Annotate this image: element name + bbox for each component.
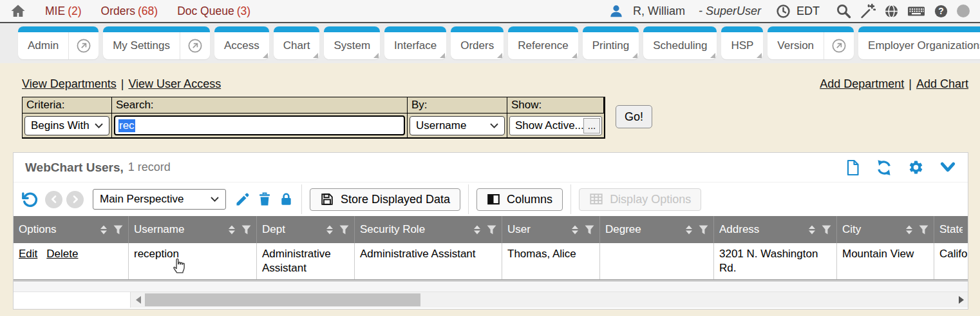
column-header-dept[interactable]: Dept <box>257 216 355 243</box>
search-label: Search: <box>112 97 408 114</box>
sort-icon[interactable] <box>100 225 108 235</box>
columns-button[interactable]: Columns <box>476 188 563 211</box>
undo-icon[interactable] <box>21 191 39 208</box>
filter-icon[interactable] <box>585 225 594 235</box>
filter-icon[interactable] <box>919 225 928 235</box>
wand-icon[interactable] <box>860 3 876 19</box>
home-icon[interactable] <box>10 3 26 19</box>
table-row: EditDelete reception Administrative Assi… <box>14 243 968 281</box>
tab-reference[interactable]: Reference <box>508 26 578 59</box>
cell-state: California <box>934 243 968 279</box>
filter-icon[interactable] <box>241 225 251 235</box>
column-header-city[interactable]: City <box>837 216 934 243</box>
tab-admin[interactable]: Admin <box>18 26 99 59</box>
clock-icon[interactable] <box>776 4 791 19</box>
tab-scheduling[interactable]: Scheduling <box>643 26 717 59</box>
go-button[interactable]: Go! <box>616 105 652 128</box>
criteria-select[interactable]: Begins With <box>24 116 109 135</box>
tab-employer-organizations[interactable]: Employer Organizations <box>858 26 980 59</box>
admin-tab-bar: Admin My Settings Access Chart System In… <box>0 23 980 63</box>
tab-chart[interactable]: Chart <box>274 26 320 59</box>
grid-footer-strip <box>14 281 968 291</box>
column-header-user[interactable]: User <box>502 216 600 243</box>
keyboard-icon[interactable] <box>907 4 925 19</box>
sort-icon[interactable] <box>571 225 579 235</box>
column-header-address[interactable]: Address <box>714 216 837 243</box>
sort-icon[interactable] <box>326 225 334 235</box>
sort-icon[interactable] <box>808 225 816 235</box>
tab-version[interactable]: Version <box>768 26 854 59</box>
add-chart-link[interactable]: Add Chart <box>916 77 968 90</box>
filter-icon[interactable] <box>339 225 349 235</box>
sort-icon[interactable] <box>473 225 481 235</box>
tab-interface[interactable]: Interface <box>384 26 446 59</box>
collapse-chevron-icon[interactable] <box>939 161 956 175</box>
new-document-icon[interactable] <box>845 159 860 176</box>
lock-icon[interactable] <box>279 192 294 207</box>
column-header-username[interactable]: Username <box>129 216 257 243</box>
view-departments-link[interactable]: View Departments <box>22 77 117 90</box>
toolbar-divider <box>301 184 302 214</box>
filter-icon[interactable] <box>487 225 496 235</box>
tab-hsp[interactable]: HSP <box>721 26 763 59</box>
by-select[interactable]: Username <box>410 116 505 135</box>
nav-doc-queue-label: Doc Queue <box>177 5 234 17</box>
nav-orders[interactable]: Orders(68) <box>101 5 158 18</box>
refresh-icon[interactable] <box>876 159 892 176</box>
filter-icon[interactable] <box>113 225 123 235</box>
link-separator: | <box>121 77 124 90</box>
tab-accent <box>324 26 380 32</box>
store-displayed-data-button[interactable]: Store Displayed Data <box>310 188 460 211</box>
scroll-right-arrow[interactable] <box>959 296 964 304</box>
nav-doc-queue[interactable]: Doc Queue(3) <box>177 5 250 18</box>
tab-accent <box>103 26 210 32</box>
column-header-degree[interactable]: Degree <box>600 216 714 243</box>
column-header-options[interactable]: Options <box>14 216 129 243</box>
status-dot-icon[interactable] <box>957 5 970 17</box>
dropdown-corner-icon <box>440 53 445 58</box>
selected-text: rec <box>118 119 135 132</box>
gear-icon[interactable] <box>908 159 924 175</box>
display-options-button[interactable]: Display Options <box>579 188 701 211</box>
tab-my-settings[interactable]: My Settings <box>103 26 210 59</box>
nav-mie[interactable]: MIE(2) <box>45 5 82 18</box>
show-more-button[interactable]: ... <box>583 118 600 133</box>
panel-header: WebChart Users, 1 record <box>14 153 968 183</box>
tab-orders[interactable]: Orders <box>451 26 504 59</box>
sort-icon[interactable] <box>685 225 693 235</box>
add-department-link[interactable]: Add Department <box>820 77 904 90</box>
show-filter[interactable]: Show Active... ... <box>509 116 602 135</box>
scroll-left-arrow[interactable] <box>136 296 141 304</box>
tab-system[interactable]: System <box>324 26 380 59</box>
sort-icon[interactable] <box>905 225 913 235</box>
nav-mie-count: (2) <box>68 5 81 17</box>
dropdown-corner-icon <box>632 53 637 58</box>
search-icon[interactable] <box>836 3 851 19</box>
filter-icon[interactable] <box>822 225 831 235</box>
tab-access[interactable]: Access <box>214 26 269 59</box>
filter-icon[interactable] <box>699 225 708 235</box>
edit-pencil-icon[interactable] <box>235 192 250 207</box>
by-label: By: <box>408 97 507 114</box>
column-header-state[interactable]: State <box>934 216 968 243</box>
help-icon[interactable]: ? <box>934 4 948 19</box>
column-header-security-role[interactable]: Security Role <box>355 216 502 243</box>
horizontal-scrollbar[interactable] <box>131 292 968 308</box>
delete-trash-icon[interactable] <box>257 192 272 207</box>
chevron-down-icon <box>95 123 103 128</box>
delete-link[interactable]: Delete <box>46 248 78 260</box>
left-links: View Departments|View User Access <box>22 77 221 91</box>
sort-icon[interactable] <box>228 225 236 235</box>
globe-icon[interactable] <box>884 4 899 19</box>
next-page-button[interactable] <box>66 191 84 208</box>
perspective-select[interactable]: Main Perspective <box>93 189 226 210</box>
tab-printing[interactable]: Printing <box>583 26 639 59</box>
user-name: R, William <box>633 5 685 18</box>
user-icon[interactable] <box>609 4 623 18</box>
tab-accent <box>643 26 717 32</box>
prev-page-button[interactable] <box>45 191 62 208</box>
scrollbar-thumb[interactable] <box>145 293 420 306</box>
edit-link[interactable]: Edit <box>19 248 37 260</box>
view-user-access-link[interactable]: View User Access <box>128 77 221 90</box>
search-input[interactable]: rec <box>114 115 405 135</box>
